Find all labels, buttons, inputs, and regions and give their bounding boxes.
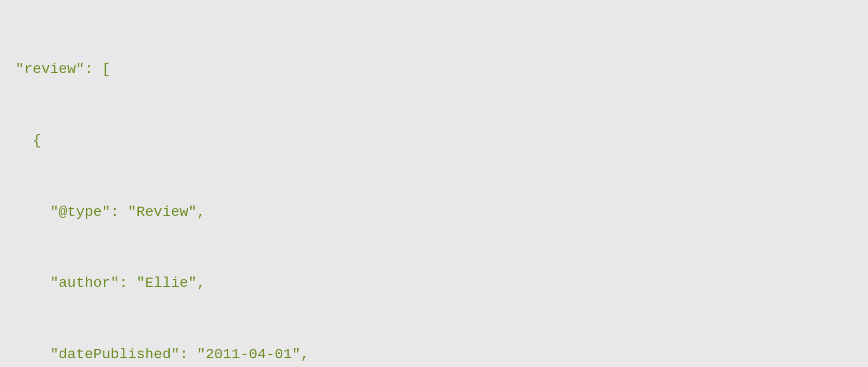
review-key: "review": [ xyxy=(15,61,111,77)
line-4: "author": "Ellie", xyxy=(15,271,633,295)
date-published-key: "datePublished": "2011-04-01", xyxy=(50,346,309,362)
type-key: "@type": "Review", xyxy=(50,204,205,220)
line-3: "@type": "Review", xyxy=(15,200,633,224)
line-1: "review": [ xyxy=(15,58,633,81)
open-brace: { xyxy=(33,133,42,149)
line-5: "datePublished": "2011-04-01", xyxy=(15,343,633,366)
code-viewer: "review": [ { "@type": "Review", "author… xyxy=(15,10,633,367)
line-2: { xyxy=(15,129,633,153)
author-key: "author": "Ellie", xyxy=(50,275,205,291)
